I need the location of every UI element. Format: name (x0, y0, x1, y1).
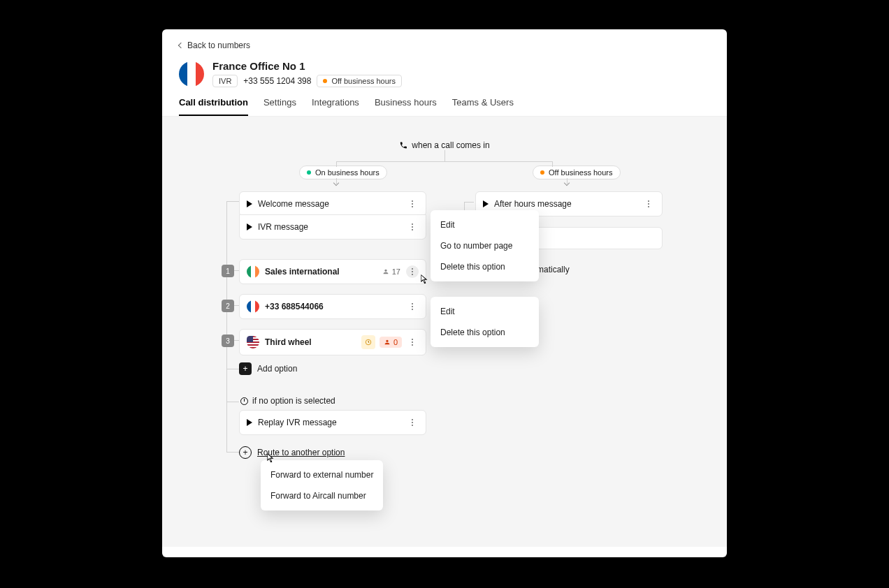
flag-france-small-icon (247, 300, 259, 313)
cursor-icon (266, 452, 276, 464)
no-option-label: if no option is selected (240, 396, 335, 406)
back-label: Back to numbers (187, 41, 250, 50)
more-menu-button[interactable] (642, 198, 655, 210)
user-count-badge: 17 (382, 267, 400, 276)
on-hours-chip: On business hours (299, 166, 387, 179)
phone-number: +33 555 1204 398 (243, 76, 311, 86)
end-call-label-partial: matically (537, 265, 570, 274)
more-menu-button[interactable] (406, 198, 419, 210)
menu-item-forward-external[interactable]: Forward to external number (261, 464, 383, 485)
flag-france-icon (179, 61, 204, 87)
off-hours-chip: Off business hours (533, 166, 621, 179)
menu-item-edit[interactable]: Edit (431, 301, 539, 322)
cursor-icon (420, 273, 430, 286)
menu-item-delete[interactable]: Delete this option (431, 322, 539, 343)
play-icon (247, 200, 252, 207)
status-dot-icon (323, 79, 327, 83)
back-link[interactable]: Back to numbers (179, 41, 250, 50)
more-menu-button[interactable] (406, 221, 419, 233)
option-number-3: 3 (222, 335, 234, 347)
option-1-card[interactable]: Sales international 17 (239, 259, 426, 284)
more-menu-button[interactable] (406, 416, 419, 429)
context-menu-option-2: Edit Delete this option (431, 297, 539, 347)
page-title: France Office No 1 (212, 60, 402, 72)
flag-us-icon (247, 336, 259, 348)
play-icon (247, 223, 252, 230)
welcome-message-card[interactable]: Welcome message (239, 191, 426, 216)
warning-badge (361, 335, 375, 349)
green-dot-icon (307, 170, 311, 175)
option-number-1: 1 (222, 265, 234, 277)
tab-teams-users[interactable]: Teams & Users (452, 97, 514, 116)
phone-icon (399, 141, 407, 149)
flow-root-label: when a call comes in (399, 140, 489, 150)
tab-settings[interactable]: Settings (263, 97, 296, 116)
menu-item-forward-aircall[interactable]: Forward to Aircall number (261, 485, 383, 506)
clock-icon (240, 397, 248, 405)
user-count-zero-badge: 0 (380, 337, 402, 348)
plus-icon: + (239, 362, 252, 375)
menu-item-edit[interactable]: Edit (431, 214, 539, 235)
play-icon (247, 419, 252, 426)
context-menu-option: Edit Go to number page Delete this optio… (431, 210, 539, 281)
tab-call-distribution[interactable]: Call distribution (179, 97, 248, 116)
orange-dot-icon (540, 170, 544, 175)
tab-business-hours[interactable]: Business hours (375, 97, 437, 116)
status-badge: Off business hours (317, 75, 402, 87)
plus-circle-icon: + (239, 446, 252, 459)
app-window: Back to numbers France Office No 1 IVR +… (162, 29, 727, 557)
tab-integrations[interactable]: Integrations (312, 97, 359, 116)
flow-canvas: when a call comes in On business hours O… (162, 117, 727, 547)
option-2-card[interactable]: +33 688544066 (239, 294, 426, 319)
menu-item-delete[interactable]: Delete this option (431, 256, 539, 277)
more-menu-button[interactable] (406, 300, 419, 313)
chevron-left-icon (178, 43, 184, 48)
option-3-card[interactable]: Third wheel 0 (239, 329, 426, 355)
replay-ivr-card[interactable]: Replay IVR message (239, 410, 426, 435)
play-icon (483, 200, 489, 207)
more-menu-button[interactable] (406, 265, 419, 278)
add-option-button[interactable]: + Add option (239, 362, 297, 375)
option-number-2: 2 (222, 300, 234, 312)
tabs: Call distribution Settings Integrations … (162, 87, 727, 117)
route-options-menu: Forward to external number Forward to Ai… (261, 460, 383, 510)
more-menu-button[interactable] (406, 336, 419, 348)
ivr-badge: IVR (212, 75, 238, 87)
route-another-link[interactable]: + Route to another option (239, 446, 345, 459)
menu-item-goto-number[interactable]: Go to number page (431, 235, 539, 256)
flag-ireland-icon (247, 265, 259, 278)
ivr-message-card[interactable]: IVR message (239, 214, 426, 240)
